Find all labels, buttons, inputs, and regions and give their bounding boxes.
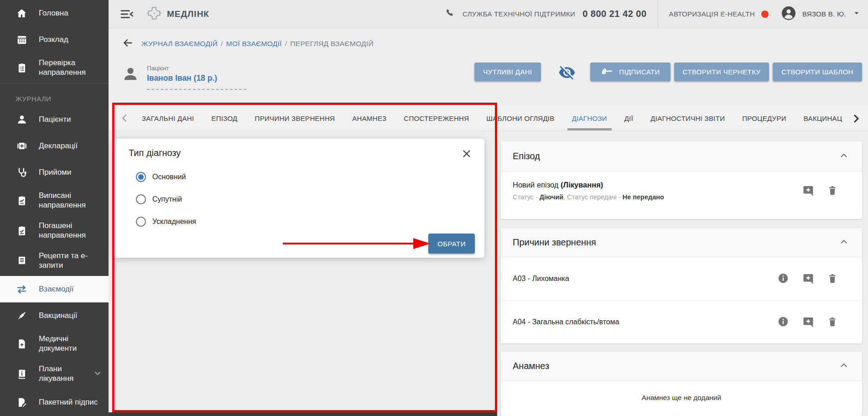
radio-unselected-icon[interactable]	[136, 194, 146, 204]
create-template-button[interactable]: СТВОРИТИ ШАБЛОН	[773, 62, 862, 81]
add-comment-icon[interactable]	[802, 316, 815, 328]
tabs-bar: ЗАГАЛЬНІ ДАНІ ЕПІЗОД ПРИЧИНИ ЗВЕРНЕННЯ А…	[109, 106, 868, 131]
patient-avatar-icon	[121, 65, 140, 90]
medlink-logo[interactable]: МЕДЛІНК	[146, 5, 209, 23]
sidebar-item-redeemed-referrals[interactable]: Погашені направлення	[0, 216, 109, 246]
sidebar-item-label: Медичні документи	[39, 334, 103, 353]
choose-button[interactable]: ОБРАТИ	[428, 234, 475, 254]
add-comment-icon[interactable]	[802, 184, 815, 197]
sidebar-item-treatment-plans[interactable]: Плани лікування	[0, 359, 109, 389]
tabs-scroll-left-icon[interactable]	[120, 113, 130, 123]
calendar-icon	[16, 34, 28, 46]
radio-label: Ускладнення	[152, 218, 196, 226]
radio-option-main[interactable]: Основний	[136, 172, 186, 182]
tab-visit-reasons[interactable]: ПРИЧИНИ ЗВЕРНЕННЯ	[255, 106, 335, 130]
chevron-down-icon	[852, 8, 862, 20]
sidebar-item-interactions[interactable]: Взаємодії	[0, 276, 109, 302]
status-value: Діючий	[540, 193, 563, 201]
sidebar-item-label: Розклад	[39, 35, 68, 45]
chevron-down-icon[interactable]	[92, 368, 103, 380]
transfer-status-value: Не передано	[623, 193, 664, 201]
app-root: Головна Розклад Перевірка направлення ЖУ…	[0, 0, 868, 416]
tab-episode[interactable]: ЕПІЗОД	[211, 106, 237, 130]
anamnesis-section: Анамнез Анамнез ще не доданий	[501, 352, 862, 416]
eye-off-icon[interactable]	[558, 64, 576, 81]
sidebar-item-appointments[interactable]: Прийоми	[0, 159, 109, 186]
sidebar-item-declarations[interactable]: Декларації	[0, 133, 109, 159]
tab-exam-templates[interactable]: ШАБЛОНИ ОГЛЯДІВ	[486, 106, 554, 130]
syringe-icon	[16, 310, 28, 322]
sidebar-item-label: Взаємодії	[39, 285, 73, 294]
ehealth-auth[interactable]: АВТОРИЗАЦІЯ E-HEALTH	[669, 10, 769, 18]
tab-anamnesis[interactable]: АНАМНЕЗ	[352, 106, 386, 130]
tab-diagnostic-reports[interactable]: ДІАГНОСТИЧНІ ЗВІТИ	[650, 106, 725, 130]
sidebar-item-issued-referrals[interactable]: Виписані направлення	[0, 186, 109, 216]
sidebar-item-schedule[interactable]: Розклад	[0, 26, 109, 53]
patient-block: Пацієнт Іванов Іван (18 р.)	[121, 65, 246, 90]
radio-unselected-icon[interactable]	[136, 217, 146, 227]
modal-title: Тип діагнозу	[129, 148, 181, 158]
visit-reasons-section-header[interactable]: Причини звернення	[501, 228, 862, 257]
breadcrumb-link-journal[interactable]: ЖУРНАЛ ВЗАЄМОДІЙ	[141, 40, 218, 47]
sidebar-item-home[interactable]: Головна	[0, 0, 109, 26]
sidebar-item-vaccinations[interactable]: Вакцинації	[0, 302, 109, 329]
tab-actions[interactable]: ДІЇ	[624, 106, 633, 130]
sign-button-label: ПІДПИСАТИ	[619, 68, 660, 76]
chevron-up-icon[interactable]	[838, 236, 851, 249]
radio-option-complication[interactable]: Ускладнення	[136, 217, 196, 227]
support-phone: 0 800 21 42 00	[582, 9, 646, 19]
phone-icon	[444, 8, 455, 21]
breadcrumb-link-my-interactions[interactable]: МОЇ ВЗАЄМОДІЇ	[226, 40, 282, 47]
top-bar: МЕДЛІНК СЛУЖБА ТЕХНІЧНОЇ ПІДТРИМКИ 0 800…	[109, 0, 868, 28]
radio-label: Основний	[152, 173, 186, 181]
close-icon[interactable]	[461, 148, 473, 160]
radio-selected-icon[interactable]	[136, 172, 146, 182]
tab-diagnoses[interactable]: ДІАГНОЗИ	[572, 106, 607, 130]
anamnesis-section-header[interactable]: Анамнез	[501, 352, 862, 381]
trash-icon[interactable]	[826, 184, 839, 197]
episode-section: Епізод Новий епізод (Лікування) Статус -…	[501, 141, 862, 219]
sidebar-item-label: Вакцинації	[39, 311, 78, 321]
auth-status-dot	[761, 10, 769, 18]
sidebar-item-batch-sign[interactable]: Пакетний підпис	[0, 389, 109, 416]
sidebar-item-patients[interactable]: Пацієнти	[0, 106, 109, 133]
sidebar-item-prescriptions[interactable]: Рецепти та е-запити	[0, 246, 109, 276]
trash-icon[interactable]	[826, 316, 839, 328]
anamnesis-empty-text: Анамнез ще не доданий	[501, 381, 862, 402]
tab-general-data[interactable]: ЗАГАЛЬНІ ДАНІ	[142, 106, 194, 130]
sidebar-item-referral-check[interactable]: Перевірка направлення	[0, 53, 109, 83]
radio-option-concomitant[interactable]: Супутній	[136, 194, 182, 204]
info-icon[interactable]	[777, 272, 790, 285]
patient-name[interactable]: Іванов Іван (18 р.)	[147, 73, 246, 83]
back-arrow-icon[interactable]	[121, 36, 134, 51]
breadcrumb-separator: /	[221, 40, 223, 47]
trash-icon[interactable]	[826, 272, 839, 285]
user-menu[interactable]: ВЯЗОВ В. Ю.	[780, 5, 862, 23]
tabs-scroll-right-icon[interactable]	[851, 113, 861, 123]
episode-texts: Новий епізод (Лікування) Статус - Діючий…	[513, 181, 802, 201]
add-comment-icon[interactable]	[802, 272, 815, 285]
episode-card: Новий епізод (Лікування) Статус - Діючий…	[501, 172, 862, 201]
tab-observations[interactable]: СПОСТЕРЕЖЕННЯ	[404, 106, 469, 130]
chevron-up-icon[interactable]	[838, 150, 851, 163]
sign-button[interactable]: ПІДПИСАТИ	[590, 62, 670, 81]
transfer-arrows-icon	[16, 283, 28, 296]
episode-section-header[interactable]: Епізод	[501, 141, 862, 172]
tab-vaccinations[interactable]: ВАКЦИНАЦ	[804, 106, 842, 130]
sensitive-data-button[interactable]: ЧУТЛИВІ ДАНІ	[474, 62, 541, 81]
visit-reasons-title: Причини звернення	[513, 237, 596, 248]
chevron-up-icon[interactable]	[838, 360, 851, 373]
create-draft-button[interactable]: СТВОРИТИ ЧЕРНЕТКУ	[674, 62, 769, 81]
menu-open-icon[interactable]	[120, 7, 134, 21]
patient-label: Пацієнт	[147, 65, 246, 72]
sidebar: Головна Розклад Перевірка направлення ЖУ…	[0, 0, 109, 416]
info-icon[interactable]	[777, 316, 790, 328]
sidebar-item-medical-documents[interactable]: Медичні документи	[0, 329, 109, 359]
reason-row: A03 - Лихоманка	[501, 257, 862, 300]
sidebar-item-label: Погашені направлення	[39, 221, 103, 240]
medical-document-icon	[16, 338, 28, 350]
diagnosis-type-modal: Тип діагнозу Основний Супутній Ускладнен…	[113, 139, 484, 258]
tab-procedures[interactable]: ПРОЦЕДУРИ	[742, 106, 786, 130]
sidebar-item-label: Плани лікування	[39, 364, 81, 383]
transfer-status-label: , Статус передачі -	[563, 193, 623, 201]
